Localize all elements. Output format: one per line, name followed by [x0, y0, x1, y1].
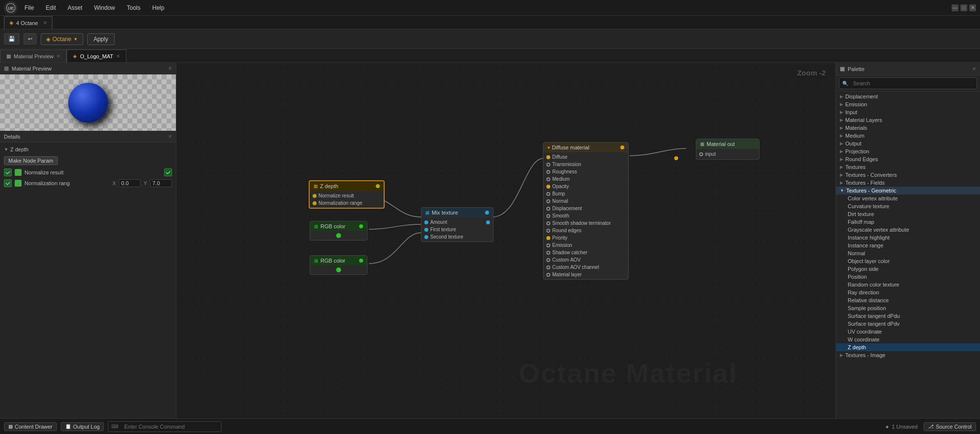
source-control-button[interactable]: ⎇ Source Control	[924, 422, 976, 431]
mat-tab-close[interactable]: ✕	[43, 20, 47, 25]
details-header: Details ✕	[0, 131, 176, 143]
menu-edit[interactable]: Edit	[44, 3, 58, 12]
palette-item-dirt[interactable]: Dirt texture	[836, 210, 980, 218]
palette-item-relative-distance[interactable]: Relative distance	[836, 296, 980, 304]
node-graph[interactable]: Zoom -2 Octane Material ▦ Material out	[176, 63, 835, 418]
node-rgb-color-1[interactable]: ▦ RGB color	[310, 221, 368, 241]
chevron-right-icon: ▶	[840, 172, 843, 177]
port-input: input	[696, 150, 759, 158]
node-zdepth[interactable]: ▦ Z depth Normalize result Normalization…	[309, 180, 385, 209]
node-rgb1-header: ▦ RGB color	[310, 221, 367, 231]
palette-cat-materials[interactable]: ▶ Materials	[836, 124, 980, 132]
menu-help[interactable]: Help	[150, 3, 167, 12]
menu-window[interactable]: Window	[92, 3, 117, 12]
node-mix[interactable]: ▦ Mix texture Amount First texture Secon…	[421, 207, 493, 242]
tab-o-logo-mat[interactable]: ◈ O_Logo_MAT ✕	[67, 49, 126, 62]
maximize-button[interactable]: □	[960, 4, 967, 11]
palette-cat-medium[interactable]: ▶ Medium	[836, 132, 980, 140]
chevron-right-icon: ▶	[840, 157, 843, 162]
octane-button[interactable]: ◈ Octane ▼	[41, 33, 83, 45]
preview-close[interactable]: ✕	[168, 66, 172, 71]
node-rgb-color-2[interactable]: ▦ RGB color	[310, 255, 368, 275]
title-bar: UE File Edit Asset Window Tools Help — □…	[0, 0, 980, 16]
node-material-out[interactable]: ▦ Material out input	[696, 139, 760, 160]
menu-asset[interactable]: Asset	[66, 3, 84, 12]
node-diffuse-header: ● Diffuse material	[543, 143, 628, 152]
palette-list: ▶ Displacement ▶ Emission ▶ Input ▶ Mate…	[836, 92, 980, 418]
palette-cat-textures-geometric[interactable]: ▼ Textures - Geometric	[836, 187, 980, 194]
palette-item-instance-range[interactable]: Instance range	[836, 241, 980, 249]
palette-item-object-layer[interactable]: Object layer color	[836, 257, 980, 265]
palette-cat-textures-fields[interactable]: ▶ Textures - Fields	[836, 179, 980, 187]
palette-item-instance-highlight[interactable]: Instance highlight	[836, 234, 980, 241]
palette-item-position[interactable]: Position	[836, 273, 980, 281]
cat-label: Textures - Fields	[845, 180, 885, 186]
normalize-label-icon	[15, 169, 22, 176]
rgb1-title: RGB color	[320, 223, 345, 229]
palette-cat-input[interactable]: ▶ Input	[836, 108, 980, 116]
palette-cat-output[interactable]: ▶ Output	[836, 140, 980, 147]
palette-cat-textures-converters[interactable]: ▶ Textures - Converters	[836, 171, 980, 179]
palette-item-surface-dpdv[interactable]: Surface tangent dPdv	[836, 320, 980, 328]
palette-item-random-color[interactable]: Random color texture	[836, 281, 980, 289]
normalize-result-checkbox[interactable]	[4, 169, 12, 176]
palette-panel: ▦ Palette ✕ 🔍 ▶ Displacement ▶ Emission …	[835, 63, 980, 418]
palette-item-uv-coordinate[interactable]: UV coordinate	[836, 328, 980, 336]
palette-cat-emission[interactable]: ▶ Emission	[836, 100, 980, 108]
make-node-param-button[interactable]: Make Node Param	[4, 156, 58, 165]
palette-cat-projection[interactable]: ▶ Projection	[836, 147, 980, 155]
palette-item-curvature[interactable]: Curvature texture	[836, 202, 980, 210]
palette-item-sample-position[interactable]: Sample position	[836, 304, 980, 312]
palette-cat-textures[interactable]: ▶ Textures	[836, 163, 980, 171]
palette-item-polygon-side[interactable]: Polygon side	[836, 265, 980, 273]
palette-item-surface-dpdu[interactable]: Surface tangent dPdu	[836, 312, 980, 320]
palette-item-ray-direction[interactable]: Ray direction	[836, 289, 980, 296]
palette-item-falloff[interactable]: Falloff map	[836, 218, 980, 226]
palette-cat-material-layers[interactable]: ▶ Material Layers	[836, 116, 980, 124]
section-title: Z depth	[10, 146, 28, 152]
tab-close-mat[interactable]: ✕	[116, 53, 120, 59]
chevron-right-icon: ▶	[840, 141, 843, 146]
palette-cat-textures-image[interactable]: ▶ Textures - Image	[836, 351, 980, 359]
close-button[interactable]: ✕	[969, 4, 976, 11]
chevron-right-icon: ▶	[840, 118, 843, 122]
x-value-input[interactable]	[119, 179, 141, 187]
save-button[interactable]: 💾	[4, 33, 20, 45]
normalize-check-indicator	[164, 169, 172, 176]
toolbar: 💾 ↩ ◈ Octane ▼ Apply	[0, 29, 980, 49]
output-log-button[interactable]: 📋 Output Log	[61, 422, 104, 431]
palette-cat-round-edges[interactable]: ▶ Round Edges	[836, 155, 980, 163]
palette-close[interactable]: ✕	[972, 66, 976, 72]
y-value-input[interactable]	[150, 179, 172, 187]
minimize-button[interactable]: —	[952, 4, 958, 11]
node-diffuse[interactable]: ● Diffuse material Diffuse Transmission …	[543, 142, 629, 280]
palette-cat-displacement[interactable]: ▶ Displacement	[836, 93, 980, 100]
palette-item-w-coordinate[interactable]: W coordinate	[836, 336, 980, 343]
menu-tools[interactable]: Tools	[125, 3, 143, 12]
zdepth-section-header[interactable]: ▼ Z depth	[4, 145, 172, 154]
chevron-down-icon: ▼	[840, 188, 844, 193]
command-input[interactable]	[120, 423, 218, 431]
diffuse-title: Diffuse material	[552, 145, 589, 150]
palette-search-container: 🔍	[836, 75, 980, 92]
details-close[interactable]: ✕	[168, 134, 172, 139]
cat-label: Emission	[845, 101, 867, 107]
tab-material-preview[interactable]: ▦ Material Preview ✕	[0, 49, 67, 62]
cat-label: Output	[845, 141, 861, 146]
cat-label: Round Edges	[845, 156, 878, 162]
cat-label: Projection	[845, 148, 869, 154]
normalization-range-checkbox[interactable]	[4, 179, 12, 187]
menu-file[interactable]: File	[23, 3, 36, 12]
content-drawer-button[interactable]: ▦ Content Drawer	[4, 422, 57, 431]
palette-item-grayscale[interactable]: Grayscale vertex attribute	[836, 226, 980, 234]
history-button[interactable]: ↩	[24, 33, 37, 45]
apply-button[interactable]: Apply	[87, 33, 115, 45]
octane-icon: ◈	[9, 20, 13, 26]
palette-search-input[interactable]	[850, 79, 974, 88]
palette-item-z-depth[interactable]: Z depth	[836, 343, 980, 351]
mix-title: Mix texture	[432, 210, 458, 216]
unsaved-icon: ●	[885, 424, 889, 430]
tab-close-preview[interactable]: ✕	[56, 53, 60, 59]
palette-item-normal[interactable]: Normal	[836, 249, 980, 257]
palette-item-color-vertex[interactable]: Color vertex attribute	[836, 194, 980, 202]
